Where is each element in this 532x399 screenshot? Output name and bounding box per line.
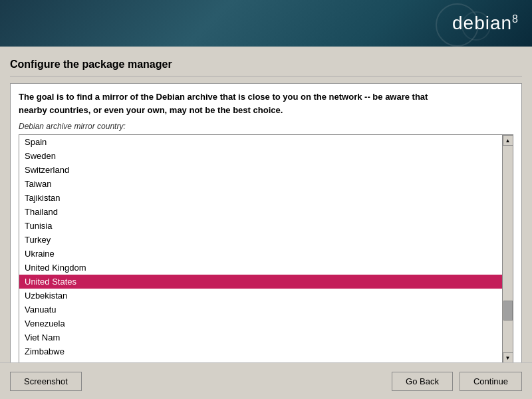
scroll-up-button[interactable]: ▲ [503, 135, 513, 146]
scroll-track [503, 146, 513, 352]
list-item[interactable]: Uzbekistan [19, 289, 502, 303]
header: debian8 [0, 0, 532, 47]
main-content: Configure the package manager The goal i… [0, 47, 532, 384]
list-item[interactable]: Sweden [19, 149, 502, 163]
continue-button[interactable]: Continue [460, 372, 522, 391]
screenshot-button[interactable]: Screenshot [10, 372, 82, 391]
country-list[interactable]: SpainSwedenSwitzerlandTaiwanTajikistanTh… [19, 135, 502, 363]
list-item[interactable]: Zimbabwe [19, 344, 502, 358]
main-area: Configure the package manager The goal i… [0, 47, 532, 399]
list-item[interactable]: Tunisia [19, 219, 502, 233]
list-item[interactable]: Vanuatu [19, 303, 502, 317]
description-box: The goal is to find a mirror of the Debi… [10, 83, 522, 371]
country-listbox[interactable]: SpainSwedenSwitzerlandTaiwanTajikistanTh… [19, 134, 513, 364]
list-item[interactable]: Switzerland [19, 163, 502, 177]
footer: Screenshot Go Back Continue [0, 362, 532, 399]
list-item[interactable]: Turkey [19, 233, 502, 247]
scrollbar[interactable]: ▲ ▼ [502, 135, 513, 363]
list-item[interactable]: Thailand [19, 205, 502, 219]
footer-left: Screenshot [10, 372, 392, 391]
scroll-down-button[interactable]: ▼ [503, 352, 513, 363]
list-item[interactable]: Viet Nam [19, 331, 502, 344]
list-item[interactable]: Spain [19, 135, 502, 149]
list-item[interactable]: United Kingdom [19, 261, 502, 275]
go-back-button[interactable]: Go Back [392, 372, 453, 391]
description-text: The goal is to find a mirror of the Debi… [19, 90, 513, 116]
footer-right: Go Back Continue [392, 372, 522, 391]
list-item[interactable]: Ukraine [19, 247, 502, 261]
list-item[interactable]: Taiwan [19, 177, 502, 191]
field-label: Debian archive mirror country: [19, 122, 513, 131]
list-item[interactable]: Venezuela [19, 317, 502, 331]
scroll-thumb[interactable] [503, 301, 513, 321]
list-item[interactable]: Tajikistan [19, 191, 502, 205]
debian-brand: debian8 [452, 13, 519, 34]
list-item[interactable]: United States [19, 275, 502, 289]
page-title: Configure the package manager [10, 53, 522, 76]
